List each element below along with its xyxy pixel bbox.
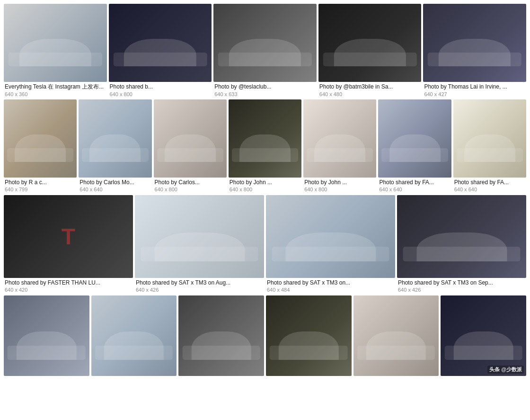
item-dims: 640 x 800: [230, 186, 300, 193]
item-caption: Photo shared by FASTER THAN LU...640 x 4…: [4, 278, 133, 294]
gallery-item[interactable]: Photo by Carlos Mo...640 x 640: [79, 99, 151, 193]
item-title: Photo shared by FA...: [454, 179, 525, 187]
item-dims: 640 x 420: [5, 286, 132, 293]
gallery-item[interactable]: [266, 295, 352, 376]
item-dims: 640 x 426: [398, 286, 525, 293]
image-wrapper: [266, 195, 395, 278]
item-dims: 640 x 426: [136, 286, 263, 293]
item-title: Photo by John ...: [230, 179, 300, 187]
image-wrapper: [154, 99, 227, 178]
gallery-item[interactable]: Everything Tesla 在 Instagram 上发布...640 x…: [4, 4, 107, 98]
item-dims: 640 x 640: [80, 186, 150, 193]
gallery-item[interactable]: 头条 @少数派: [441, 295, 526, 376]
item-title: Photo by Thomas Lai in Irvine, ...: [424, 83, 525, 91]
item-title: Photo by R a c...: [5, 179, 76, 187]
image-wrapper: [4, 99, 77, 178]
item-dims: 640 x 640: [454, 186, 525, 193]
item-caption: Photo by Thomas Lai in Irvine, ...640 x …: [423, 82, 526, 98]
gallery-item[interactable]: Photo by @teslaclub...640 x 633: [213, 4, 317, 98]
image-wrapper: [178, 295, 264, 376]
item-caption: Photo by Carlos...640 x 800: [154, 178, 227, 193]
gallery-item[interactable]: TPhoto shared by FASTER THAN LU...640 x …: [4, 195, 133, 294]
item-caption: Photo shared by FA...640 x 640: [453, 178, 526, 193]
item-title: Everything Tesla 在 Instagram 上发布...: [5, 83, 106, 91]
image-wrapper: [353, 295, 439, 376]
item-dims: 640 x 633: [214, 91, 316, 98]
item-title: Photo by @batm3bile in Sa...: [319, 83, 421, 91]
item-caption: Everything Tesla 在 Instagram 上发布...640 x…: [4, 82, 107, 98]
gallery-item[interactable]: Photo by Carlos...640 x 800: [154, 99, 227, 193]
gallery-item[interactable]: [178, 295, 264, 376]
gallery-row-1: Everything Tesla 在 Instagram 上发布...640 x…: [4, 4, 526, 98]
gallery-item[interactable]: [4, 295, 89, 376]
item-title: Photo shared b...: [110, 83, 211, 91]
image-wrapper: 头条 @少数派: [441, 295, 526, 376]
item-title: Photo by Carlos Mo...: [80, 179, 150, 187]
item-caption: Photo shared by FA...640 x 640: [378, 178, 451, 193]
item-caption: Photo by John ...640 x 800: [229, 178, 301, 193]
item-caption: Photo by Carlos Mo...640 x 640: [79, 178, 151, 193]
gallery-item[interactable]: Photo by John ...640 x 800: [229, 99, 301, 193]
image-wrapper: [79, 99, 151, 178]
image-wrapper: [213, 4, 317, 82]
gallery-item[interactable]: Photo shared by SAT x TM3 on Sep...640 x…: [397, 195, 526, 294]
item-dims: 640 x 480: [319, 91, 421, 98]
item-dims: 640 x 800: [155, 186, 226, 193]
gallery-item[interactable]: Photo by Thomas Lai in Irvine, ...640 x …: [423, 4, 526, 98]
gallery-item[interactable]: Photo shared by SAT x TM3 on...640 x 484: [266, 195, 395, 294]
image-wrapper: [303, 99, 376, 178]
item-title: Photo by John ...: [304, 179, 375, 187]
gallery-item[interactable]: Photo shared b...640 x 800: [109, 4, 212, 98]
image-wrapper: [423, 4, 526, 82]
gallery-item[interactable]: Photo shared by SAT x TM3 on Aug...640 x…: [135, 195, 264, 294]
image-wrapper: [4, 4, 107, 82]
image-wrapper: T: [4, 195, 133, 278]
item-dims: 640 x 427: [424, 91, 525, 98]
item-caption: Photo shared by SAT x TM3 on Sep...640 x…: [397, 278, 526, 294]
item-caption: Photo by R a c...640 x 799: [4, 178, 77, 193]
item-title: Photo by Carlos...: [155, 179, 226, 187]
item-caption: Photo shared b...640 x 800: [109, 82, 212, 98]
watermark: 头条 @少数派: [487, 366, 524, 374]
gallery-item[interactable]: Photo by R a c...640 x 799: [4, 99, 77, 193]
image-wrapper: [453, 99, 526, 178]
image-wrapper: [318, 4, 422, 82]
item-caption: Photo shared by SAT x TM3 on Aug...640 x…: [135, 278, 264, 294]
item-caption: Photo by @batm3bile in Sa...640 x 480: [318, 82, 422, 98]
item-dims: 640 x 484: [267, 286, 394, 293]
image-wrapper: [91, 295, 177, 376]
item-dims: 640 x 800: [110, 91, 211, 98]
image-wrapper: [229, 99, 301, 178]
gallery-row-4: 头条 @少数派: [4, 295, 526, 376]
image-wrapper: [397, 195, 526, 278]
item-title: Photo shared by FA...: [379, 179, 450, 187]
item-title: Photo shared by SAT x TM3 on...: [267, 279, 394, 287]
gallery-row-2: Photo by R a c...640 x 799Photo by Carlo…: [4, 99, 526, 193]
image-wrapper: [266, 295, 352, 376]
item-title: Photo shared by FASTER THAN LU...: [5, 279, 132, 287]
item-title: Photo shared by SAT x TM3 on Aug...: [136, 279, 263, 287]
item-caption: Photo by John ...640 x 800: [303, 178, 376, 193]
gallery-item[interactable]: Photo by John ...640 x 800: [303, 99, 376, 193]
gallery-item[interactable]: Photo shared by FA...640 x 640: [453, 99, 526, 193]
image-wrapper: [109, 4, 212, 82]
item-dims: 640 x 640: [379, 186, 450, 193]
item-dims: 640 x 799: [5, 186, 76, 193]
gallery-container: Everything Tesla 在 Instagram 上发布...640 x…: [0, 0, 530, 382]
item-dims: 640 x 800: [304, 186, 375, 193]
gallery-item[interactable]: Photo shared by FA...640 x 640: [378, 99, 451, 193]
image-wrapper: [378, 99, 451, 178]
gallery-item[interactable]: [91, 295, 177, 376]
gallery-item[interactable]: [353, 295, 439, 376]
item-caption: Photo by @teslaclub...640 x 633: [213, 82, 317, 98]
item-title: Photo shared by SAT x TM3 on Sep...: [398, 279, 525, 287]
item-dims: 640 x 360: [5, 91, 106, 98]
item-caption: Photo shared by SAT x TM3 on...640 x 484: [266, 278, 395, 294]
item-title: Photo by @teslaclub...: [214, 83, 316, 91]
gallery-row-3: TPhoto shared by FASTER THAN LU...640 x …: [4, 195, 526, 294]
image-wrapper: [4, 295, 89, 376]
gallery-item[interactable]: Photo by @batm3bile in Sa...640 x 480: [318, 4, 422, 98]
image-wrapper: [135, 195, 264, 278]
